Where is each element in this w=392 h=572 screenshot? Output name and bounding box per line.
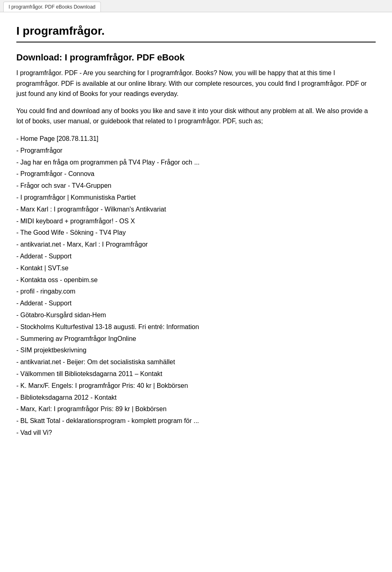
list-item: - MIDI keyboard + programfrågor! - OS X [16, 216, 376, 227]
list-item: - Marx, Karl: I programfrågor Pris: 89 k… [16, 403, 376, 415]
intro-paragraph-1: I programfrågor. PDF - Are you searching… [16, 68, 376, 99]
list-item: - Adderat - Support [16, 251, 376, 263]
list-item: - Home Page [208.78.11.31] [16, 133, 376, 145]
list-item: - Marx Karl : I programfrågor - Wilkman'… [16, 204, 376, 216]
list-item: - Välkommen till Biblioteksdagarna 2011 … [16, 368, 376, 380]
links-list: - Home Page [208.78.11.31]- Programfrågo… [16, 133, 376, 439]
list-item: - The Good Wife - Sökning - TV4 Play [16, 227, 376, 239]
list-item: - Biblioteksdagarna 2012 - Kontakt [16, 392, 376, 404]
page-content: I programfrågor. Download: I programfråg… [0, 12, 392, 455]
list-item: - BL Skatt Total - deklarationsprogram -… [16, 415, 376, 427]
page-title: I programfrågor. [16, 24, 376, 38]
intro-paragraph-2: You could find and download any of books… [16, 106, 376, 127]
list-item: - Programfrågor [16, 145, 376, 157]
list-item: - antikvariat.net - Marx, Karl : I Progr… [16, 239, 376, 251]
browser-tab[interactable]: I programfrågor. PDF eBooks Download [3, 2, 101, 12]
list-item: - antikvariat.net - Beijer: Om det socia… [16, 356, 376, 368]
list-item: - profil - ringaby.com [16, 286, 376, 298]
browser-tab-bar: I programfrågor. PDF eBooks Download [0, 0, 392, 12]
list-item: - Vad vill Vi? [16, 427, 376, 439]
list-item: - Jag har en fråga om programmen på TV4 … [16, 157, 376, 169]
list-item: - Kontakt | SVT.se [16, 263, 376, 274]
list-item: - Kontakta oss - openbim.se [16, 274, 376, 286]
list-item: - SIM projektbeskrivning [16, 345, 376, 356]
page-subtitle: Download: I programfrågor. PDF eBook [16, 52, 376, 63]
list-item: - I programfrågor | Kommunistiska Partie… [16, 192, 376, 204]
list-item: - Programfrågor - Connova [16, 168, 376, 180]
list-item: - Summering av Programfrågor IngOnline [16, 333, 376, 345]
list-item: - Frågor och svar - TV4-Gruppen [16, 180, 376, 192]
list-item: - Stockholms Kulturfestival 13-18 august… [16, 321, 376, 333]
list-item: - Götabro-Kursgård sidan-Hem [16, 309, 376, 321]
list-item: - Adderat - Support [16, 298, 376, 309]
section-divider [16, 42, 376, 42]
list-item: - K. Marx/F. Engels: I programfrågor Pri… [16, 380, 376, 392]
